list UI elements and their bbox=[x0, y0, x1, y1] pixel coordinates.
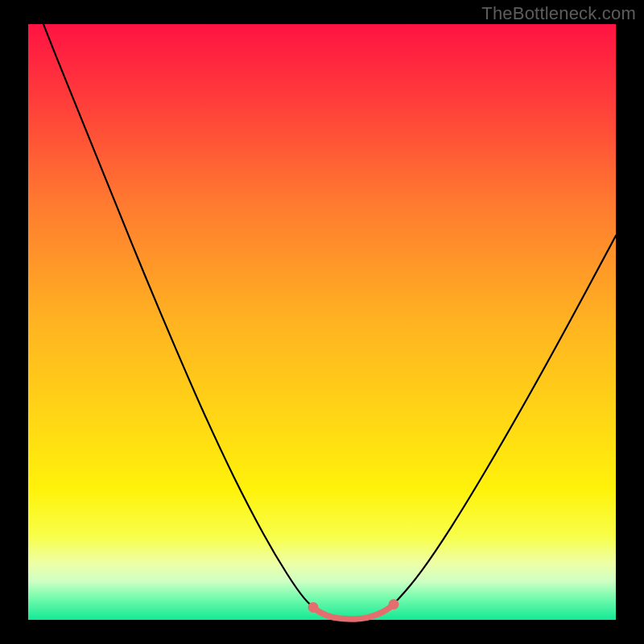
bottleneck-chart bbox=[0, 0, 644, 644]
plot-background bbox=[28, 24, 616, 620]
highlight-endpoint bbox=[308, 602, 319, 613]
chart-container: { "watermark": "TheBottleneck.com", "cha… bbox=[0, 0, 644, 644]
watermark-text: TheBottleneck.com bbox=[481, 3, 636, 24]
highlight-endpoint bbox=[389, 599, 399, 609]
